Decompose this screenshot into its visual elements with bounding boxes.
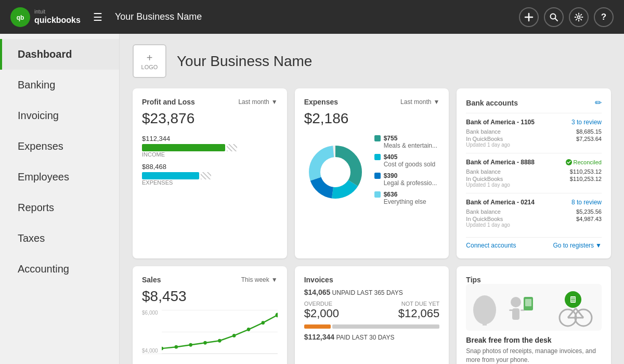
sidebar: Dashboard Banking Invoicing Expenses Emp… (0, 34, 120, 364)
header-actions: ? (519, 7, 614, 27)
bank-balance-row-8888: Bank balance $110,253.12 (466, 168, 602, 175)
sidebar-item-accounting[interactable]: Accounting (0, 254, 119, 284)
legend-cogs: $405 Cost of goods sold (374, 153, 440, 168)
business-header: + LOGO Your Business Name (133, 44, 611, 78)
legend-cogs-amount: $405 (384, 153, 398, 161)
sales-card: Sales This week ▼ $8,453 $6,000 $4,000 (133, 266, 287, 364)
legend-other: $636 Everything else (374, 191, 440, 205)
qb-balance-row-8888: In QuickBooks $110,253.12 (466, 176, 602, 182)
svg-point-20 (247, 328, 250, 331)
expenses-label: EXPENSES (142, 179, 278, 186)
invoice-paid-amount: $112,344 (304, 333, 334, 341)
bank-account-8888: Bank of America - 8888 Reconciled Bank b… (466, 153, 602, 193)
bank-account-0214-review[interactable]: 8 to review (571, 199, 602, 206)
income-label: INCOME (142, 151, 278, 158)
invoice-overdue-amount: $2,000 (304, 307, 339, 320)
hamburger-menu-icon[interactable]: ☰ (91, 9, 105, 25)
legend-other-label: Everything else (384, 198, 426, 205)
legend-dot-meals (374, 135, 381, 141)
legend-legal: $390 Legal & professio... (374, 172, 440, 187)
invoice-overdue-bar (304, 324, 331, 329)
legend-other-amount: $636 (384, 191, 398, 198)
invoice-not-due-bar (332, 324, 439, 329)
bank-account-1105-review[interactable]: 3 to review (571, 119, 602, 126)
bank-updated-8888: Updated 1 day ago (466, 182, 602, 188)
legend-dot-other (374, 191, 381, 198)
legend-dot-legal (374, 173, 381, 179)
invoice-not-due-label: NOT DUE YET (398, 301, 440, 307)
connect-accounts-link[interactable]: Connect accounts (466, 242, 516, 249)
header: qb intuit quickbooks ☰ Your Business Nam… (0, 0, 624, 34)
help-button[interactable]: ? (594, 7, 614, 27)
sales-amount: $8,453 (142, 288, 278, 305)
invoice-amounts-row: OVERDUE $2,000 NOT DUE YET $12,065 (304, 301, 440, 320)
bank-accounts-card: Bank accounts ✏ Bank of America - 1105 3… (457, 88, 611, 258)
income-bar-hatch (227, 144, 237, 151)
sidebar-item-dashboard[interactable]: Dashboard (0, 39, 119, 70)
settings-button[interactable] (569, 7, 589, 27)
bank-account-8888-balances: Bank balance $110,253.12 In QuickBooks $… (466, 168, 602, 182)
profit-loss-amount: $23,876 (142, 110, 278, 127)
sidebar-item-employees[interactable]: Employees (0, 162, 119, 192)
go-to-registers-link[interactable]: Go to registers ▼ (553, 242, 602, 249)
invoice-not-due-amount: $12,065 (398, 307, 440, 320)
svg-point-14 (162, 347, 163, 350)
expenses-header: Expenses Last month ▼ (304, 98, 440, 106)
bank-account-0214: Bank of America - 0214 8 to review Bank … (466, 193, 602, 233)
svg-point-16 (189, 343, 192, 347)
sales-chart-y-labels: $6,000 $4,000 (142, 310, 158, 354)
add-button[interactable] (519, 7, 539, 27)
invoices-title: Invoices (304, 276, 333, 284)
invoice-paid: $112,344 PAID LAST 30 DAYS (304, 333, 440, 341)
qb-logo-icon: qb (10, 7, 30, 27)
profit-loss-bars: $112,344 INCOME $88,468 EXPENS (142, 135, 278, 186)
tips-title: Tips (466, 276, 602, 284)
profit-loss-period[interactable]: Last month ▼ (238, 98, 277, 106)
logo-upload[interactable]: + LOGO (133, 44, 166, 78)
qb-balance-row-1105: In QuickBooks $7,253.64 (466, 136, 602, 142)
business-name-heading: Your Business Name (177, 53, 312, 70)
tips-card-desc: Snap photos of receipts, manage invoices… (466, 347, 602, 364)
invoice-unpaid-label: UNPAID LAST 365 DAYS (332, 289, 403, 296)
income-bar-container (142, 144, 278, 151)
y-label-4000: $4,000 (142, 348, 158, 354)
header-business-name: Your Business Name (115, 11, 509, 22)
invoices-header: Invoices (304, 276, 440, 284)
bank-edit-icon[interactable]: ✏ (595, 98, 602, 108)
sales-chart: $6,000 $4,000 (142, 310, 278, 354)
sales-period[interactable]: This week ▼ (241, 276, 278, 283)
svg-point-6 (578, 16, 580, 18)
bank-account-8888-name: Bank of America - 8888 (466, 159, 535, 166)
bank-account-1105-balances: Bank balance $8,685.15 In QuickBooks $7,… (466, 128, 602, 142)
main-content: + LOGO Your Business Name Profit and Los… (120, 34, 624, 364)
svg-point-18 (218, 339, 221, 343)
app-layout: Dashboard Banking Invoicing Expenses Emp… (0, 34, 624, 364)
profit-loss-header: Profit and Loss Last month ▼ (142, 98, 278, 106)
sidebar-item-taxes[interactable]: Taxes (0, 223, 119, 254)
expenses-period[interactable]: Last month ▼ (400, 98, 439, 106)
expenses-title: Expenses (304, 98, 338, 106)
invoice-overdue-col: OVERDUE $2,000 (304, 301, 339, 320)
svg-point-12 (321, 158, 350, 187)
tips-card-title: Break free from the desk (466, 336, 602, 344)
bank-updated-1105: Updated 1 day ago (466, 142, 602, 148)
search-button[interactable] (544, 7, 564, 27)
svg-line-5 (555, 18, 558, 21)
expenses-bar (142, 172, 199, 179)
svg-point-17 (203, 341, 206, 345)
sidebar-item-invoicing[interactable]: Invoicing (0, 100, 119, 131)
intuit-label: intuit (34, 9, 81, 15)
bank-balance-row-1105: Bank balance $8,685.15 (466, 128, 602, 135)
legend-meals-label: Meals & entertain... (384, 142, 437, 149)
sidebar-item-expenses[interactable]: Expenses (0, 131, 119, 162)
legend-meals-amount: $755 (384, 135, 398, 142)
bank-account-8888-reconciled: Reconciled (566, 159, 602, 165)
svg-point-15 (175, 345, 178, 349)
sidebar-item-banking[interactable]: Banking (0, 70, 119, 100)
invoice-overdue-label: OVERDUE (304, 301, 339, 307)
sales-header: Sales This week ▼ (142, 276, 278, 284)
svg-rect-27 (509, 309, 513, 311)
sidebar-item-reports[interactable]: Reports (0, 192, 119, 223)
bank-account-0214-name: Bank of America - 0214 (466, 199, 535, 206)
qb-logo-text: intuit quickbooks (34, 9, 81, 25)
